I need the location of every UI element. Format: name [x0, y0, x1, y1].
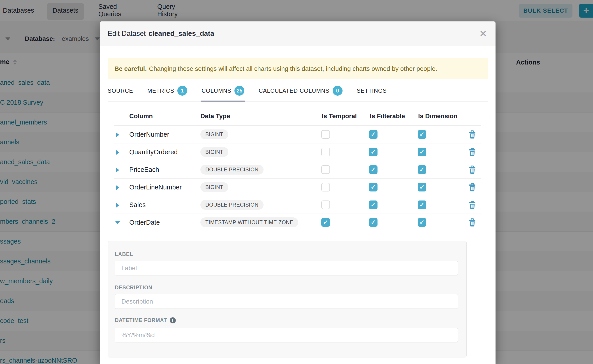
columns-header-is-filterable: Is Filterable: [370, 112, 405, 120]
trash-icon: [468, 183, 476, 191]
app-root: DatabasesDatasetsSaved QueriesQuery Hist…: [0, 0, 593, 364]
column-row-sales: SalesDOUBLE PRECISION✓✓: [114, 196, 481, 214]
close-icon[interactable]: ✕: [477, 28, 489, 39]
columns-header-data-type: Data Type: [200, 112, 230, 120]
datetime-format-field-heading: DATETIME FORMAT i: [115, 317, 176, 323]
description-input[interactable]: [115, 294, 458, 309]
tab-calculated-columns[interactable]: CALCULATED COLUMNS0: [259, 79, 342, 102]
data-type-pill: DOUBLE PRECISION: [200, 200, 264, 210]
tab-label: CALCULATED COLUMNS: [259, 87, 329, 94]
column-name: Sales: [129, 196, 146, 214]
checkbox-is-filterable[interactable]: ✓: [369, 165, 377, 174]
checkbox-is-dimension[interactable]: ✓: [418, 130, 426, 139]
data-type-pill: BIGINT: [200, 130, 228, 139]
delete-column-button[interactable]: [468, 130, 476, 139]
column-name: OrderNumber: [129, 126, 169, 143]
info-icon[interactable]: i: [170, 317, 176, 323]
delete-column-button[interactable]: [468, 166, 476, 174]
expand-caret-icon[interactable]: [116, 167, 119, 173]
modal-title-dataset-name: cleaned_sales_data: [148, 30, 214, 38]
column-editor-panel: LABEL DESCRIPTION DATETIME FORMAT i: [108, 241, 467, 358]
checkbox-is-temporal[interactable]: [321, 130, 330, 139]
checkbox-is-dimension[interactable]: ✓: [418, 183, 426, 191]
tab-count-badge: 1: [177, 86, 187, 96]
tab-metrics[interactable]: METRICS1: [147, 79, 188, 102]
checkbox-is-filterable[interactable]: ✓: [369, 183, 377, 191]
tab-label: COLUMNS: [202, 87, 231, 94]
tab-label: SETTINGS: [357, 87, 387, 94]
tab-settings[interactable]: SETTINGS: [357, 79, 387, 102]
delete-column-button[interactable]: [468, 201, 476, 209]
collapse-caret-icon[interactable]: [115, 221, 120, 224]
checkbox-is-temporal[interactable]: [321, 148, 330, 156]
checkbox-is-dimension[interactable]: ✓: [418, 201, 426, 209]
tab-columns[interactable]: COLUMNS25: [202, 79, 244, 102]
label-input[interactable]: [115, 261, 458, 275]
delete-column-button[interactable]: [468, 148, 476, 156]
trash-icon: [468, 130, 476, 139]
delete-column-button[interactable]: [468, 183, 476, 191]
trash-icon: [468, 218, 476, 227]
columns-header-is-dimension: Is Dimension: [418, 112, 457, 120]
checkbox-is-temporal[interactable]: [321, 165, 330, 174]
column-row-ordernumber: OrderNumberBIGINT✓✓: [114, 126, 481, 143]
tab-label: SOURCE: [108, 87, 133, 94]
trash-icon: [468, 148, 476, 156]
trash-icon: [468, 166, 476, 174]
datetime-format-input[interactable]: [115, 328, 458, 342]
description-field-heading: DESCRIPTION: [115, 285, 152, 291]
modal-title: Edit Dataset cleaned_sales_data: [108, 21, 214, 46]
columns-header-column: Column: [129, 112, 153, 120]
checkbox-is-dimension[interactable]: ✓: [418, 218, 426, 227]
warning-banner: Be careful. Changing these settings will…: [108, 58, 488, 79]
expand-caret-icon[interactable]: [116, 150, 119, 155]
expand-caret-icon[interactable]: [116, 202, 119, 208]
modal-tabs: SOURCEMETRICS1COLUMNS25CALCULATED COLUMN…: [108, 79, 488, 102]
checkbox-is-filterable[interactable]: ✓: [369, 201, 377, 209]
modal-title-prefix: Edit Dataset: [108, 30, 146, 38]
modal-header: Edit Dataset cleaned_sales_data ✕: [100, 21, 495, 46]
column-row-orderdate: OrderDateTIMESTAMP WITHOUT TIME ZONE✓✓✓: [114, 214, 481, 231]
checkbox-is-filterable[interactable]: ✓: [369, 218, 377, 227]
column-row-priceeach: PriceEachDOUBLE PRECISION✓✓: [114, 161, 481, 179]
column-name: PriceEach: [129, 161, 159, 178]
column-name: QuantityOrdered: [129, 143, 178, 161]
tabs-divider: [108, 102, 488, 102]
edit-dataset-modal: Edit Dataset cleaned_sales_data ✕ Be car…: [100, 21, 495, 364]
warning-banner-text: Changing these settings will affect all …: [149, 65, 437, 72]
checkbox-is-filterable[interactable]: ✓: [369, 148, 377, 156]
checkbox-is-filterable[interactable]: ✓: [369, 130, 377, 139]
data-type-pill: DOUBLE PRECISION: [200, 165, 264, 175]
delete-column-button[interactable]: [468, 218, 476, 227]
tab-label: METRICS: [147, 87, 174, 94]
checkbox-is-temporal[interactable]: [321, 183, 330, 191]
tab-count-badge: 0: [333, 86, 343, 96]
data-type-pill: BIGINT: [200, 147, 228, 157]
columns-header-is-temporal: Is Temporal: [322, 112, 357, 120]
label-field-heading: LABEL: [115, 251, 133, 257]
expand-caret-icon[interactable]: [116, 185, 119, 190]
data-type-pill: TIMESTAMP WITHOUT TIME ZONE: [200, 217, 298, 227]
column-row-orderlinenumber: OrderLineNumberBIGINT✓✓: [114, 178, 481, 196]
data-type-pill: BIGINT: [200, 182, 228, 192]
expand-caret-icon[interactable]: [116, 132, 119, 137]
warning-banner-bold: Be careful.: [114, 65, 147, 72]
checkbox-is-dimension[interactable]: ✓: [418, 165, 426, 174]
trash-icon: [468, 201, 476, 209]
tab-source[interactable]: SOURCE: [108, 79, 133, 102]
checkbox-is-temporal[interactable]: [321, 201, 330, 209]
column-name: OrderLineNumber: [129, 178, 182, 196]
column-row-quantityordered: QuantityOrderedBIGINT✓✓: [114, 143, 481, 161]
tab-count-badge: 25: [234, 86, 244, 96]
checkbox-is-dimension[interactable]: ✓: [418, 148, 426, 156]
column-name: OrderDate: [129, 214, 160, 231]
checkbox-is-temporal[interactable]: ✓: [321, 218, 330, 227]
